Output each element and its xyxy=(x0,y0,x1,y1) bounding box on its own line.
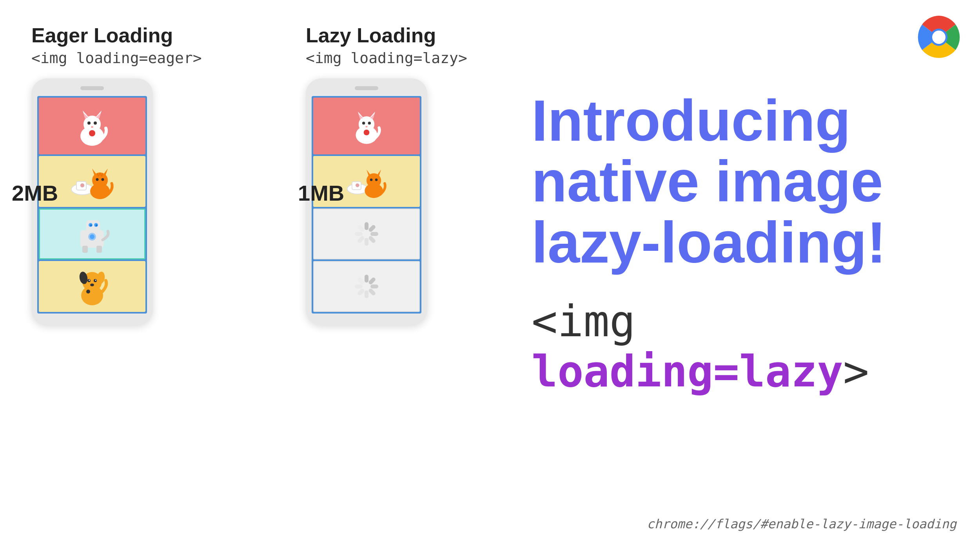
svg-marker-7 xyxy=(96,113,101,118)
svg-marker-48 xyxy=(359,114,363,119)
svg-rect-75 xyxy=(365,290,368,298)
svg-point-42 xyxy=(90,283,94,286)
svg-point-10 xyxy=(91,126,93,128)
svg-rect-68 xyxy=(357,236,365,244)
eager-img-card-1 xyxy=(39,98,145,154)
introducing-line2: native image xyxy=(532,149,883,214)
svg-point-20 xyxy=(102,178,104,181)
introducing-heading: Introducing native image lazy-loading! xyxy=(532,90,943,273)
svg-rect-67 xyxy=(365,238,368,246)
introducing-line3: lazy-loading! xyxy=(532,210,886,275)
svg-point-62 xyxy=(375,178,378,181)
lazy-img-card-4-loading xyxy=(313,261,420,312)
orange-cat-svg xyxy=(65,160,120,203)
svg-rect-70 xyxy=(357,224,365,232)
sitting-dog-svg xyxy=(69,264,116,309)
svg-marker-6 xyxy=(83,113,88,118)
lazy-orange-cat-svg xyxy=(341,161,392,202)
code-attr: loading=lazy xyxy=(532,346,843,397)
eager-loading-section: Eager Loading <img loading=eager> xyxy=(31,24,202,325)
svg-rect-66 xyxy=(368,236,376,244)
svg-marker-59 xyxy=(367,169,371,176)
phone-speaker-lazy xyxy=(355,86,378,90)
eager-title: Eager Loading xyxy=(31,24,202,47)
svg-marker-17 xyxy=(92,169,97,176)
code-suffix: > xyxy=(843,346,869,397)
svg-rect-69 xyxy=(355,232,363,236)
lazy-loading-section: Lazy Loading <img loading=lazy> xyxy=(306,24,467,325)
svg-rect-33 xyxy=(96,246,102,253)
svg-rect-63 xyxy=(365,222,368,230)
svg-point-19 xyxy=(96,178,99,181)
phone-speaker-eager xyxy=(80,86,104,90)
svg-point-56 xyxy=(356,183,359,187)
lazy-title: Lazy Loading xyxy=(306,24,467,47)
svg-point-61 xyxy=(370,178,373,181)
chrome-icon xyxy=(913,12,964,63)
svg-rect-32 xyxy=(82,246,88,253)
spinner-svg-2 xyxy=(353,273,380,300)
svg-rect-71 xyxy=(365,275,368,283)
eager-code: <img loading=eager> xyxy=(31,49,202,67)
lazy-white-cat-svg xyxy=(345,103,388,149)
introducing-section: Introducing native image lazy-loading! <… xyxy=(532,90,943,408)
svg-point-53 xyxy=(364,130,370,136)
svg-rect-65 xyxy=(370,232,378,236)
img-loading-lazy-code: <img loading=lazy> xyxy=(532,296,943,397)
svg-point-31 xyxy=(90,234,94,239)
svg-rect-72 xyxy=(368,277,376,285)
svg-point-52 xyxy=(365,126,368,128)
svg-point-41 xyxy=(95,279,96,281)
svg-rect-76 xyxy=(357,288,365,296)
svg-rect-74 xyxy=(368,288,376,296)
white-cat-svg xyxy=(69,103,116,150)
svg-point-1 xyxy=(932,31,946,44)
svg-rect-64 xyxy=(368,224,376,232)
chrome-logo xyxy=(913,12,964,63)
robot-dog-svg xyxy=(67,212,118,256)
svg-rect-25 xyxy=(86,220,100,233)
svg-point-9 xyxy=(94,121,97,125)
lazy-size-label: 1MB xyxy=(298,180,344,206)
svg-point-40 xyxy=(89,279,90,281)
svg-rect-77 xyxy=(355,285,363,288)
svg-point-43 xyxy=(86,290,90,294)
svg-point-14 xyxy=(80,183,84,187)
code-prefix: <img xyxy=(532,296,635,346)
introducing-line1: Introducing xyxy=(532,88,851,153)
svg-rect-73 xyxy=(370,285,378,288)
svg-marker-60 xyxy=(377,169,381,176)
svg-point-50 xyxy=(362,122,365,125)
svg-point-8 xyxy=(87,121,91,125)
svg-rect-78 xyxy=(357,277,365,285)
eager-size-label: 2MB xyxy=(12,180,58,206)
svg-point-11 xyxy=(89,130,95,136)
lazy-img-card-1 xyxy=(313,98,420,154)
eager-img-card-3 xyxy=(39,208,145,259)
lazy-img-card-3-loading xyxy=(313,208,420,259)
chrome-flags-url: chrome://flags/#enable-lazy-image-loadin… xyxy=(647,517,956,531)
spinner-svg-1 xyxy=(353,220,380,248)
svg-point-28 xyxy=(90,225,92,227)
svg-point-51 xyxy=(368,122,371,125)
eager-img-card-4 xyxy=(39,261,145,312)
svg-marker-49 xyxy=(370,114,374,119)
svg-point-29 xyxy=(96,225,98,227)
lazy-code: <img loading=lazy> xyxy=(306,49,467,67)
svg-marker-18 xyxy=(103,169,108,176)
